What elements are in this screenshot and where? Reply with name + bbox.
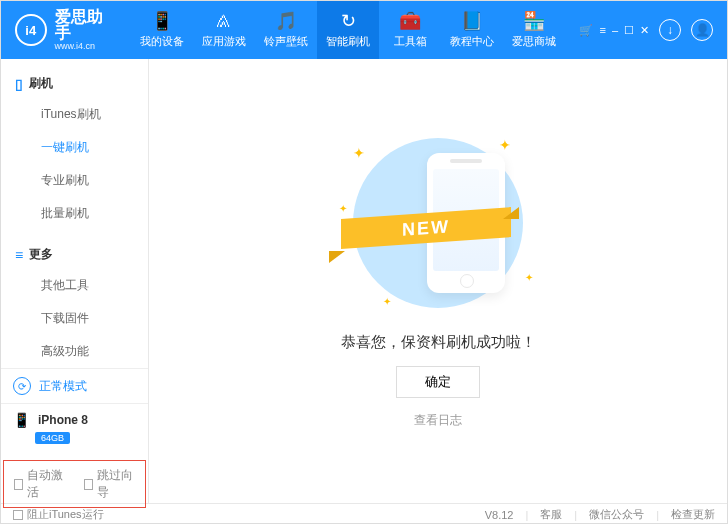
user-icon[interactable]: 👤 bbox=[691, 19, 713, 41]
ok-button[interactable]: 确定 bbox=[396, 366, 480, 398]
nav-ringtones[interactable]: 🎵铃声壁纸 bbox=[255, 1, 317, 59]
sidebar-item-onekey-flash[interactable]: 一键刷机 bbox=[1, 131, 148, 164]
view-log-link[interactable]: 查看日志 bbox=[414, 412, 462, 429]
wechat-link[interactable]: 微信公众号 bbox=[589, 507, 644, 522]
app-header: i4 爱思助手 www.i4.cn 📱我的设备 ⩓应用游戏 🎵铃声壁纸 ↻智能刷… bbox=[1, 1, 727, 59]
sidebar-item-advanced[interactable]: 高级功能 bbox=[1, 335, 148, 368]
nav-store[interactable]: 🏪爱思商城 bbox=[503, 1, 565, 59]
menu-icon[interactable]: ≡ bbox=[599, 24, 605, 37]
mode-icon: ⟳ bbox=[13, 377, 31, 395]
nav-apps[interactable]: ⩓应用游戏 bbox=[193, 1, 255, 59]
auto-activate-checkbox[interactable]: 自动激活 bbox=[14, 467, 66, 501]
nav-tutorials[interactable]: 📘教程中心 bbox=[441, 1, 503, 59]
music-icon: 🎵 bbox=[275, 12, 297, 30]
brand-logo: i4 爱思助手 www.i4.cn bbox=[1, 1, 131, 59]
sidebar-section-flash[interactable]: ▯刷机 bbox=[1, 69, 148, 98]
block-itunes-checkbox[interactable]: 阻止iTunes运行 bbox=[13, 507, 104, 522]
success-illustration: NEW ✦ ✦ ✦ ✦ ✦ bbox=[333, 133, 543, 313]
store-icon: 🏪 bbox=[523, 12, 545, 30]
toolbox-icon: 🧰 bbox=[399, 12, 421, 30]
sidebar-item-other-tools[interactable]: 其他工具 bbox=[1, 269, 148, 302]
check-update-link[interactable]: 检查更新 bbox=[671, 507, 715, 522]
star-icon: ✦ bbox=[353, 145, 365, 161]
phone-icon: ▯ bbox=[15, 76, 23, 92]
sidebar-item-itunes-flash[interactable]: iTunes刷机 bbox=[1, 98, 148, 131]
list-icon: ≡ bbox=[15, 247, 23, 263]
sidebar-item-download-fw[interactable]: 下载固件 bbox=[1, 302, 148, 335]
content-panel: NEW ✦ ✦ ✦ ✦ ✦ 恭喜您，保资料刷机成功啦！ 确定 查看日志 bbox=[149, 59, 727, 503]
maximize-button[interactable]: ☐ bbox=[624, 24, 634, 37]
sidebar-item-pro-flash[interactable]: 专业刷机 bbox=[1, 164, 148, 197]
options-highlight-box: 自动激活 跳过向导 bbox=[3, 460, 146, 508]
nav-my-device[interactable]: 📱我的设备 bbox=[131, 1, 193, 59]
star-icon: ✦ bbox=[525, 272, 533, 283]
support-link[interactable]: 客服 bbox=[540, 507, 562, 522]
ribbon-label: NEW bbox=[341, 207, 511, 249]
sidebar: ▯刷机 iTunes刷机 一键刷机 专业刷机 批量刷机 ≡更多 其他工具 下载固… bbox=[1, 59, 149, 503]
nav-toolbox[interactable]: 🧰工具箱 bbox=[379, 1, 441, 59]
main-area: ▯刷机 iTunes刷机 一键刷机 专业刷机 批量刷机 ≡更多 其他工具 下载固… bbox=[1, 59, 727, 503]
device-phone-icon: 📱 bbox=[13, 412, 30, 428]
brand-name: 爱思助手 bbox=[55, 9, 118, 41]
skip-guide-checkbox[interactable]: 跳过向导 bbox=[84, 467, 136, 501]
nav-flash[interactable]: ↻智能刷机 bbox=[317, 1, 379, 59]
header-right: 🛒 ≡ – ☐ ✕ ↓ 👤 bbox=[565, 1, 727, 59]
window-controls: 🛒 ≡ – ☐ ✕ bbox=[579, 24, 649, 37]
sidebar-item-batch-flash[interactable]: 批量刷机 bbox=[1, 197, 148, 230]
top-nav: 📱我的设备 ⩓应用游戏 🎵铃声壁纸 ↻智能刷机 🧰工具箱 📘教程中心 🏪爱思商城 bbox=[131, 1, 565, 59]
brand-url: www.i4.cn bbox=[55, 41, 118, 51]
apps-icon: ⩓ bbox=[215, 12, 233, 30]
mode-indicator[interactable]: ⟳ 正常模式 bbox=[1, 368, 148, 403]
download-icon[interactable]: ↓ bbox=[659, 19, 681, 41]
book-icon: 📘 bbox=[461, 12, 483, 30]
device-indicator[interactable]: 📱 iPhone 8 64GB bbox=[1, 403, 148, 452]
logo-badge: i4 bbox=[15, 14, 47, 46]
star-icon: ✦ bbox=[499, 137, 511, 153]
success-message: 恭喜您，保资料刷机成功啦！ bbox=[341, 333, 536, 352]
star-icon: ✦ bbox=[339, 203, 347, 214]
flash-icon: ↻ bbox=[341, 12, 356, 30]
star-icon: ✦ bbox=[383, 296, 391, 307]
device-icon: 📱 bbox=[151, 12, 173, 30]
close-button[interactable]: ✕ bbox=[640, 24, 649, 37]
version-label: V8.12 bbox=[485, 509, 514, 521]
cart-icon[interactable]: 🛒 bbox=[579, 24, 593, 37]
sidebar-section-more[interactable]: ≡更多 bbox=[1, 240, 148, 269]
capacity-badge: 64GB bbox=[35, 432, 70, 444]
minimize-button[interactable]: – bbox=[612, 24, 618, 37]
